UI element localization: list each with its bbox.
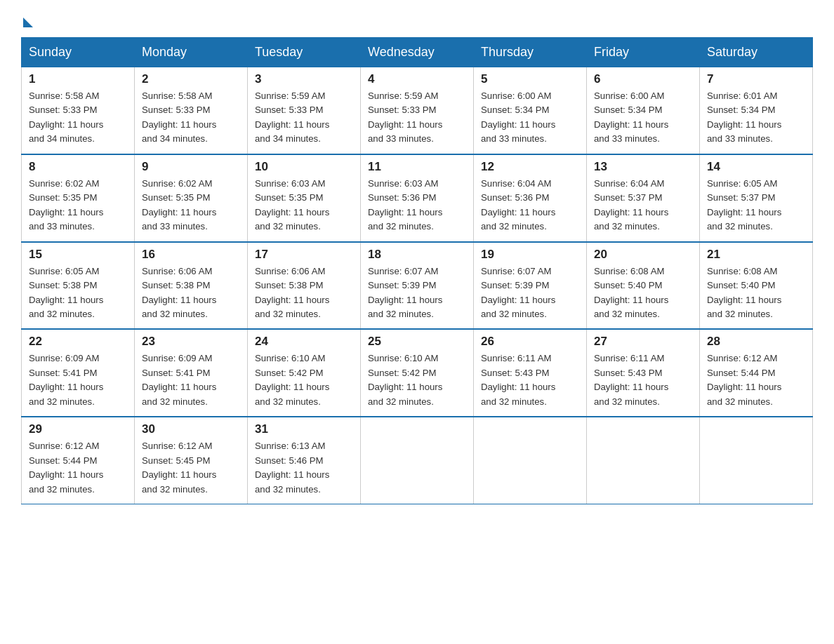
day-info: Sunrise: 6:09 AMSunset: 5:41 PMDaylight:… xyxy=(29,353,103,406)
day-number: 9 xyxy=(142,160,240,174)
calendar-week-row: 29 Sunrise: 6:12 AMSunset: 5:44 PMDaylig… xyxy=(22,417,813,504)
calendar-week-row: 1 Sunrise: 5:58 AMSunset: 5:33 PMDayligh… xyxy=(22,67,813,154)
calendar-cell: 23 Sunrise: 6:09 AMSunset: 5:41 PMDaylig… xyxy=(135,329,248,417)
day-info: Sunrise: 6:09 AMSunset: 5:41 PMDaylight:… xyxy=(142,353,216,406)
day-number: 17 xyxy=(255,248,353,262)
calendar-cell: 31 Sunrise: 6:13 AMSunset: 5:46 PMDaylig… xyxy=(248,417,361,504)
day-number: 19 xyxy=(481,248,579,262)
day-of-week-header: Sunday xyxy=(22,38,135,67)
calendar-cell: 11 Sunrise: 6:03 AMSunset: 5:36 PMDaylig… xyxy=(361,154,474,242)
day-number: 24 xyxy=(255,335,353,349)
day-info: Sunrise: 6:03 AMSunset: 5:35 PMDaylight:… xyxy=(255,178,329,232)
calendar-cell: 27 Sunrise: 6:11 AMSunset: 5:43 PMDaylig… xyxy=(587,329,700,417)
calendar-cell: 2 Sunrise: 5:58 AMSunset: 5:33 PMDayligh… xyxy=(135,67,248,154)
calendar-cell: 14 Sunrise: 6:05 AMSunset: 5:37 PMDaylig… xyxy=(700,154,813,242)
calendar-cell: 6 Sunrise: 6:00 AMSunset: 5:34 PMDayligh… xyxy=(587,67,700,154)
calendar-cell: 10 Sunrise: 6:03 AMSunset: 5:35 PMDaylig… xyxy=(248,154,361,242)
day-number: 22 xyxy=(29,335,127,349)
day-info: Sunrise: 6:00 AMSunset: 5:34 PMDaylight:… xyxy=(481,90,555,144)
day-info: Sunrise: 6:05 AMSunset: 5:37 PMDaylight:… xyxy=(707,178,781,232)
calendar-cell: 17 Sunrise: 6:06 AMSunset: 5:38 PMDaylig… xyxy=(248,242,361,330)
day-info: Sunrise: 6:11 AMSunset: 5:43 PMDaylight:… xyxy=(594,353,668,406)
calendar-cell: 24 Sunrise: 6:10 AMSunset: 5:42 PMDaylig… xyxy=(248,329,361,417)
day-number: 23 xyxy=(142,335,240,349)
page-header xyxy=(21,14,813,25)
calendar-week-row: 22 Sunrise: 6:09 AMSunset: 5:41 PMDaylig… xyxy=(22,329,813,417)
day-info: Sunrise: 6:03 AMSunset: 5:36 PMDaylight:… xyxy=(368,178,442,232)
day-info: Sunrise: 5:58 AMSunset: 5:33 PMDaylight:… xyxy=(29,90,103,144)
day-info: Sunrise: 6:10 AMSunset: 5:42 PMDaylight:… xyxy=(368,353,442,406)
day-of-week-header: Saturday xyxy=(700,38,813,67)
calendar-cell: 3 Sunrise: 5:59 AMSunset: 5:33 PMDayligh… xyxy=(248,67,361,154)
day-number: 1 xyxy=(29,72,127,86)
calendar-cell: 7 Sunrise: 6:01 AMSunset: 5:34 PMDayligh… xyxy=(700,67,813,154)
calendar-cell xyxy=(361,417,474,504)
day-info: Sunrise: 5:58 AMSunset: 5:33 PMDaylight:… xyxy=(142,90,216,144)
calendar-cell: 4 Sunrise: 5:59 AMSunset: 5:33 PMDayligh… xyxy=(361,67,474,154)
day-info: Sunrise: 6:06 AMSunset: 5:38 PMDaylight:… xyxy=(142,266,216,319)
calendar-cell xyxy=(700,417,813,504)
day-number: 11 xyxy=(368,160,466,174)
day-number: 29 xyxy=(29,422,127,436)
calendar-cell: 19 Sunrise: 6:07 AMSunset: 5:39 PMDaylig… xyxy=(474,242,587,330)
day-number: 20 xyxy=(594,248,692,262)
calendar-cell: 8 Sunrise: 6:02 AMSunset: 5:35 PMDayligh… xyxy=(22,154,135,242)
day-of-week-header: Tuesday xyxy=(248,38,361,67)
calendar-cell: 21 Sunrise: 6:08 AMSunset: 5:40 PMDaylig… xyxy=(700,242,813,330)
day-number: 16 xyxy=(142,248,240,262)
day-info: Sunrise: 6:08 AMSunset: 5:40 PMDaylight:… xyxy=(594,266,668,319)
day-number: 18 xyxy=(368,248,466,262)
calendar-cell: 25 Sunrise: 6:10 AMSunset: 5:42 PMDaylig… xyxy=(361,329,474,417)
day-info: Sunrise: 5:59 AMSunset: 5:33 PMDaylight:… xyxy=(368,90,442,144)
calendar-cell: 29 Sunrise: 6:12 AMSunset: 5:44 PMDaylig… xyxy=(22,417,135,504)
day-of-week-header: Monday xyxy=(135,38,248,67)
calendar-table: SundayMondayTuesdayWednesdayThursdayFrid… xyxy=(21,37,813,504)
day-info: Sunrise: 6:07 AMSunset: 5:39 PMDaylight:… xyxy=(481,266,555,319)
day-number: 31 xyxy=(255,422,353,436)
day-info: Sunrise: 6:06 AMSunset: 5:38 PMDaylight:… xyxy=(255,266,329,319)
day-number: 6 xyxy=(594,72,692,86)
day-info: Sunrise: 6:05 AMSunset: 5:38 PMDaylight:… xyxy=(29,266,103,319)
calendar-cell: 13 Sunrise: 6:04 AMSunset: 5:37 PMDaylig… xyxy=(587,154,700,242)
day-number: 13 xyxy=(594,160,692,174)
calendar-cell: 9 Sunrise: 6:02 AMSunset: 5:35 PMDayligh… xyxy=(135,154,248,242)
day-info: Sunrise: 6:13 AMSunset: 5:46 PMDaylight:… xyxy=(255,441,329,494)
calendar-cell: 30 Sunrise: 6:12 AMSunset: 5:45 PMDaylig… xyxy=(135,417,248,504)
day-info: Sunrise: 5:59 AMSunset: 5:33 PMDaylight:… xyxy=(255,90,329,144)
day-number: 7 xyxy=(707,72,805,86)
day-number: 15 xyxy=(29,248,127,262)
day-number: 14 xyxy=(707,160,805,174)
day-of-week-header: Wednesday xyxy=(361,38,474,67)
day-number: 28 xyxy=(707,335,805,349)
day-info: Sunrise: 6:02 AMSunset: 5:35 PMDaylight:… xyxy=(142,178,216,232)
logo-arrow-icon xyxy=(23,18,33,27)
day-of-week-header: Thursday xyxy=(474,38,587,67)
day-number: 30 xyxy=(142,422,240,436)
day-number: 2 xyxy=(142,72,240,86)
day-of-week-header: Friday xyxy=(587,38,700,67)
day-number: 12 xyxy=(481,160,579,174)
calendar-cell: 20 Sunrise: 6:08 AMSunset: 5:40 PMDaylig… xyxy=(587,242,700,330)
day-info: Sunrise: 6:11 AMSunset: 5:43 PMDaylight:… xyxy=(481,353,555,406)
calendar-week-row: 8 Sunrise: 6:02 AMSunset: 5:35 PMDayligh… xyxy=(22,154,813,242)
calendar-cell: 12 Sunrise: 6:04 AMSunset: 5:36 PMDaylig… xyxy=(474,154,587,242)
day-info: Sunrise: 6:04 AMSunset: 5:36 PMDaylight:… xyxy=(481,178,555,232)
calendar-cell xyxy=(474,417,587,504)
day-number: 21 xyxy=(707,248,805,262)
calendar-cell: 16 Sunrise: 6:06 AMSunset: 5:38 PMDaylig… xyxy=(135,242,248,330)
day-info: Sunrise: 6:12 AMSunset: 5:45 PMDaylight:… xyxy=(142,441,216,494)
calendar-cell: 18 Sunrise: 6:07 AMSunset: 5:39 PMDaylig… xyxy=(361,242,474,330)
day-number: 4 xyxy=(368,72,466,86)
calendar-cell: 1 Sunrise: 5:58 AMSunset: 5:33 PMDayligh… xyxy=(22,67,135,154)
calendar-cell: 5 Sunrise: 6:00 AMSunset: 5:34 PMDayligh… xyxy=(474,67,587,154)
day-info: Sunrise: 6:01 AMSunset: 5:34 PMDaylight:… xyxy=(707,90,781,144)
day-info: Sunrise: 6:02 AMSunset: 5:35 PMDaylight:… xyxy=(29,178,103,232)
day-number: 8 xyxy=(29,160,127,174)
day-info: Sunrise: 6:00 AMSunset: 5:34 PMDaylight:… xyxy=(594,90,668,144)
day-info: Sunrise: 6:07 AMSunset: 5:39 PMDaylight:… xyxy=(368,266,442,319)
calendar-cell: 28 Sunrise: 6:12 AMSunset: 5:44 PMDaylig… xyxy=(700,329,813,417)
day-number: 5 xyxy=(481,72,579,86)
day-info: Sunrise: 6:08 AMSunset: 5:40 PMDaylight:… xyxy=(707,266,781,319)
day-info: Sunrise: 6:12 AMSunset: 5:44 PMDaylight:… xyxy=(707,353,781,406)
calendar-cell: 22 Sunrise: 6:09 AMSunset: 5:41 PMDaylig… xyxy=(22,329,135,417)
